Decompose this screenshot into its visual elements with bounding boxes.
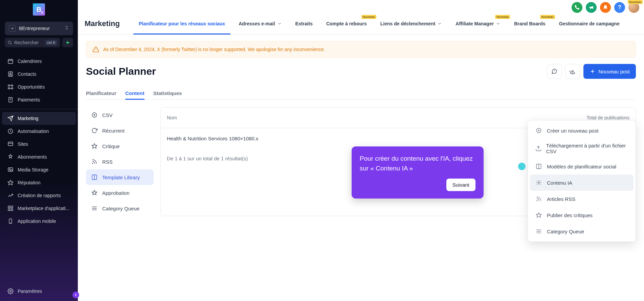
tab-email[interactable]: Adresses e-mail — [233, 13, 287, 34]
svg-marker-2 — [66, 41, 70, 45]
section-title: Marketing — [85, 14, 120, 33]
svg-point-0 — [8, 41, 11, 44]
subtabs: Planificateur Content Statistiques — [86, 87, 636, 100]
menu-approval[interactable]: Approbation — [86, 185, 154, 201]
tab-triggers[interactable]: Liens de déclenchement — [375, 13, 448, 34]
tab-social[interactable]: Planificateur pour les réseaux sociaux — [133, 13, 230, 34]
nouveau-badge: Nouveau — [361, 15, 376, 19]
dd-label: Contenu IA — [547, 180, 572, 186]
sidebar-item-media[interactable]: Media Storage — [2, 163, 76, 176]
nouveau-chip: Nouveau — [628, 0, 643, 4]
nav-list: Calendriers Contacts Opportunités Paieme… — [0, 55, 78, 282]
tab-affiliate[interactable]: Affiliate ManagerNouveau — [450, 13, 506, 34]
sidebar-item-opportunities[interactable]: Opportunités — [2, 80, 76, 93]
notifications-button[interactable] — [600, 2, 611, 13]
layout-icon — [535, 162, 543, 170]
sidebar-item-contacts[interactable]: Contacts — [2, 68, 76, 80]
dd-rss[interactable]: Articles RSS — [530, 191, 634, 207]
alert-banner: As of December 4, 2024, X (formerly Twit… — [86, 41, 636, 58]
th-total: Total de publications — [586, 115, 629, 120]
settings-label: Paramètres — [18, 288, 42, 294]
app: B ✦ BEntrepreneur Rechercher ctrl K — [0, 0, 644, 301]
new-post-dropdown: Créer un nouveau post Téléchargement à p… — [528, 120, 636, 242]
sidebar-item-reputation[interactable]: Réputation — [2, 176, 76, 189]
nav-label: Marketplace d'applicati... — [18, 206, 70, 211]
menu-category-queue[interactable]: Category Queue — [86, 201, 154, 216]
svg-marker-58 — [536, 213, 541, 217]
dd-templates[interactable]: Modèles de planificateur social — [530, 158, 634, 175]
menu-csv[interactable]: CSV — [86, 107, 154, 123]
bolt-icon — [65, 40, 70, 45]
nouveau-badge: Nouveau — [540, 15, 555, 19]
tab-snippets[interactable]: Extraits — [290, 13, 318, 34]
chevrons-icon — [64, 25, 69, 31]
svg-point-56 — [538, 182, 540, 184]
tab-brand[interactable]: Brand BoardsNouveau — [509, 13, 551, 34]
tab-label: Extraits — [295, 21, 313, 26]
announce-button[interactable] — [586, 2, 597, 13]
nouveau-badge: Nouveau — [495, 15, 510, 19]
menu-label: RSS — [102, 159, 113, 165]
nav-label: Abonnements — [18, 154, 47, 160]
tab-campaign[interactable]: Gestionnaire de campagne — [554, 13, 625, 34]
svg-rect-27 — [11, 206, 13, 208]
th-nom: Nom — [167, 115, 586, 120]
nav-label: Opportunités — [18, 84, 45, 90]
phone-button[interactable] — [572, 2, 582, 13]
sidebar-item-subscriptions[interactable]: Abonnements — [2, 150, 76, 163]
nav-label: Application mobile — [18, 218, 56, 224]
nav-label: Media Storage — [18, 167, 48, 172]
help-button[interactable]: ? — [614, 2, 625, 13]
header: Marketing Planificateur pour les réseaux… — [78, 13, 644, 35]
logo-box: B — [5, 3, 73, 16]
menu-rss[interactable]: RSS — [86, 154, 154, 169]
avatar[interactable]: Nouveau — [628, 2, 639, 13]
svg-line-1 — [11, 44, 12, 45]
new-post-button[interactable]: Nouveau post — [583, 64, 636, 79]
sidebar-item-payments[interactable]: Paiements — [2, 93, 76, 106]
tab-label: Affiliate Manager — [456, 21, 494, 26]
nav-label: Paiements — [18, 97, 40, 102]
upload-icon — [535, 144, 542, 153]
menu-review[interactable]: Critique — [86, 138, 154, 154]
alert-text: As of December 4, 2024, X (formerly Twit… — [103, 47, 325, 52]
sidebar-item-marketing[interactable]: Marketing — [2, 112, 76, 125]
search-input[interactable]: Rechercher ctrl K — [5, 38, 60, 47]
dd-reviews[interactable]: Publier des critiques — [530, 207, 634, 223]
svg-rect-12 — [12, 88, 13, 89]
org-selector[interactable]: ✦ BEntrepreneur — [5, 22, 73, 35]
svg-rect-21 — [8, 142, 13, 146]
tab-label: Gestionnaire de campagne — [559, 21, 620, 26]
top-actions: ? Nouveau — [78, 0, 644, 13]
sidebar-item-settings[interactable]: Paramètres — [2, 285, 76, 298]
org-name: BEntrepreneur — [19, 26, 61, 31]
menu-template-library[interactable]: Template Library — [86, 169, 154, 185]
menu-recurring[interactable]: Récurrent — [86, 123, 154, 138]
sidebar-item-automation[interactable]: Automatisation — [2, 125, 76, 138]
tabs: Planificateur pour les réseaux sociaux A… — [133, 13, 637, 34]
tab-countdown[interactable]: Compte à reboursNouveau — [321, 13, 372, 34]
page-title: Social Planner — [86, 66, 156, 77]
tour-next-button[interactable]: Suivant — [446, 179, 475, 191]
star-icon — [535, 211, 543, 219]
svg-rect-29 — [11, 209, 13, 211]
nav-label: Automatisation — [18, 129, 49, 134]
sidebar-item-sites[interactable]: Sites — [2, 138, 76, 150]
menu-label: Template Library — [102, 175, 140, 180]
dd-label: Articles RSS — [547, 196, 575, 202]
dd-csv-upload[interactable]: Téléchargement à partir d'un fichier CSV — [530, 139, 634, 158]
subtab-content[interactable]: Content — [125, 87, 145, 99]
dd-new-post[interactable]: Créer un nouveau post — [530, 122, 634, 139]
dd-category-queue[interactable]: Category Queue — [530, 223, 634, 239]
settings-gear-button[interactable] — [565, 64, 580, 79]
dd-ai-content[interactable]: Contenu IA — [530, 175, 634, 191]
chevron-down-icon — [496, 21, 501, 26]
bolt-button[interactable] — [62, 38, 73, 47]
sidebar-item-mobile[interactable]: Application mobile — [2, 215, 76, 228]
subtab-planner[interactable]: Planificateur — [86, 87, 116, 99]
subtab-stats[interactable]: Statistiques — [153, 87, 182, 99]
sidebar-item-reports[interactable]: Création de rapports — [2, 189, 76, 202]
feedback-button[interactable] — [547, 64, 562, 79]
sidebar-item-calendars[interactable]: Calendriers — [2, 55, 76, 68]
sidebar-item-marketplace[interactable]: Marketplace d'applicati... — [2, 202, 76, 215]
